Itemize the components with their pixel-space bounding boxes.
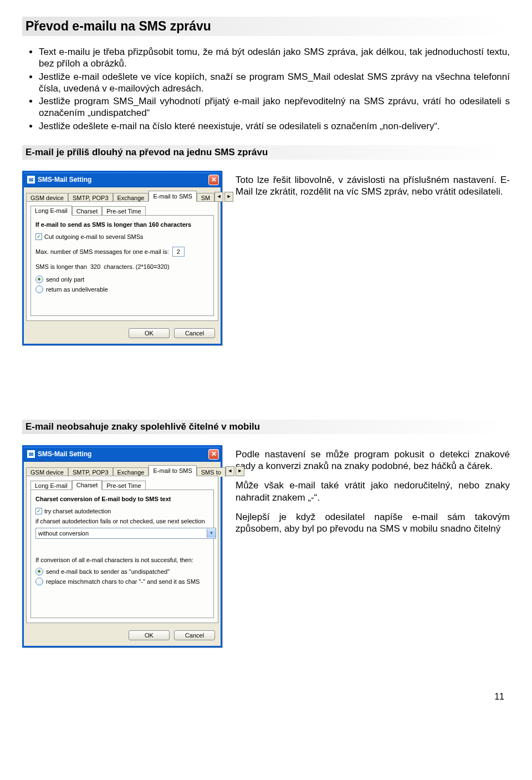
longer-than-label-b: characters. (2*160=320) <box>104 263 169 270</box>
page-number: 11 <box>22 692 510 702</box>
longer-than-label-a: SMS is longer than <box>35 263 87 270</box>
explanation-long-email: Toto lze řešit libovolně, v závislosti n… <box>236 171 510 206</box>
close-icon[interactable]: ✕ <box>208 449 219 460</box>
bullet-item: Text e-mailu je třeba přizpůsobit tomu, … <box>39 46 510 70</box>
conversion-fail-label: If converison of all e-mail characters i… <box>35 557 209 563</box>
cancel-button[interactable]: Cancel <box>174 328 215 338</box>
bullet-item: Jestliže odešlete e-mail na číslo které … <box>39 120 510 132</box>
radio-replace-chars[interactable] <box>35 578 43 585</box>
radio-send-only-part[interactable] <box>35 276 43 283</box>
tab-scroll-left-icon[interactable]: ◄ <box>214 192 223 202</box>
section-heading-long-email: E-mail je příliš dlouhý na převod na jed… <box>22 145 510 160</box>
paragraph: Podle nastavení se může program pokusit … <box>236 448 510 472</box>
explanation-charset: Podle nastavení se může program pokusit … <box>236 445 510 543</box>
cancel-button[interactable]: Cancel <box>174 630 215 640</box>
subtabstrip: Long E-mail Charset Pre-set Time <box>30 480 214 490</box>
tab-email-to-sms[interactable]: E-mail to SMS <box>149 191 196 202</box>
subpanel-long-email: If e-mail to send as SMS is longer than … <box>30 215 214 316</box>
tab-scroll-arrows: ◄ ► <box>214 192 234 202</box>
tab-scroll-right-icon[interactable]: ► <box>236 466 244 476</box>
page-title: Převod e-mailu na SMS zprávu <box>22 17 510 36</box>
tab-scroll-arrows: ◄ ► <box>226 466 245 476</box>
dialog-buttons: OK Cancel <box>24 627 221 646</box>
dialog-titlebar: ✉ SMS-Mail Setting ✕ <box>24 172 221 187</box>
ok-button[interactable]: OK <box>129 328 170 338</box>
app-icon: ✉ <box>27 176 35 183</box>
checkbox-try-autodetection[interactable]: ✓ <box>35 508 42 514</box>
dialog-title: SMS-Mail Setting <box>38 450 208 458</box>
settings-dialog-1: ✉ SMS-Mail Setting ✕ GSM device SMTP, PO… <box>22 171 222 345</box>
dialog-title: SMS-Mail Setting <box>38 176 208 183</box>
dialog-buttons: OK Cancel <box>24 325 221 344</box>
section-heading-charset: E-mail neobsahuje znaky spolehlivě čitel… <box>22 420 510 434</box>
subtab-long-email[interactable]: Long E-mail <box>30 206 72 216</box>
autodetection-fallback-label: if charset autodetection fails or not ch… <box>35 518 209 524</box>
tab-email-to-sms[interactable]: E-mail to SMS <box>149 465 196 476</box>
panel-heading: If e-mail to send as SMS is longer than … <box>35 221 209 228</box>
chevron-down-icon: ▼ <box>207 529 216 538</box>
max-sms-label: Max. number of SMS messages for one e-ma… <box>35 248 169 255</box>
bullet-item: Jestliže e-mail odešlete ve více kopiích… <box>39 71 510 95</box>
bullet-item: Jestliže program SMS_Mail vyhodnotí přij… <box>39 95 510 119</box>
radio-send-only-part-label: send only part <box>46 276 84 283</box>
checkbox-cut-email-label: Cut outgoing e-mail to several SMSs <box>44 233 144 240</box>
charset-dropdown[interactable]: without conversion ▼ <box>35 528 216 539</box>
checkbox-try-autodetection-label: try charset autodetection <box>44 508 111 514</box>
tab-panel: Long E-mail Charset Pre-set Time Charset… <box>26 476 218 623</box>
paragraph: Nejlepší je když odesilatel napíše e-mai… <box>236 511 510 535</box>
close-icon[interactable]: ✕ <box>208 175 219 185</box>
tab-scroll-left-icon[interactable]: ◄ <box>226 466 234 476</box>
subpanel-charset: Charset conversion of E-mail body to SMS… <box>30 490 214 618</box>
charset-dropdown-value: without conversion <box>38 530 89 537</box>
radio-return-undeliverable-label: return as undeliverable <box>46 286 108 293</box>
bullets-list: Text e-mailu je třeba přizpůsobit tomu, … <box>39 46 510 132</box>
paragraph: Toto lze řešit libovolně, v závislosti n… <box>236 174 510 198</box>
main-tabstrip: GSM device SMTP, POP3 Exchange E-mail to… <box>24 462 221 476</box>
tab-panel: Long E-mail Charset Pre-set Time If e-ma… <box>26 201 218 321</box>
dialog-titlebar: ✉ SMS-Mail Setting ✕ <box>24 447 221 462</box>
radio-send-back-undispatched-label: send e-mail back to sender as "undispatc… <box>46 568 170 575</box>
longer-than-value: 320 <box>90 263 100 270</box>
panel-heading: Charset conversion of E-mail body to SMS… <box>35 496 209 502</box>
radio-send-back-undispatched[interactable] <box>35 568 43 575</box>
checkbox-cut-email[interactable]: ✓ <box>35 233 42 240</box>
subtabstrip: Long E-mail Charset Pre-set Time <box>30 206 214 216</box>
settings-dialog-2: ✉ SMS-Mail Setting ✕ GSM device SMTP, PO… <box>22 445 222 648</box>
radio-replace-chars-label: replace mischmatch chars to char "-" and… <box>46 578 200 585</box>
radio-return-undeliverable[interactable] <box>35 286 43 293</box>
app-icon: ✉ <box>27 450 35 458</box>
paragraph: Může však e-mail také vrátit jako nedoru… <box>236 480 510 503</box>
max-sms-input[interactable]: 2 <box>172 247 185 257</box>
ok-button[interactable]: OK <box>129 630 170 640</box>
subtab-charset[interactable]: Charset <box>72 480 103 490</box>
main-tabstrip: GSM device SMTP, POP3 Exchange E-mail to… <box>24 187 221 202</box>
tab-scroll-right-icon[interactable]: ► <box>224 192 233 202</box>
